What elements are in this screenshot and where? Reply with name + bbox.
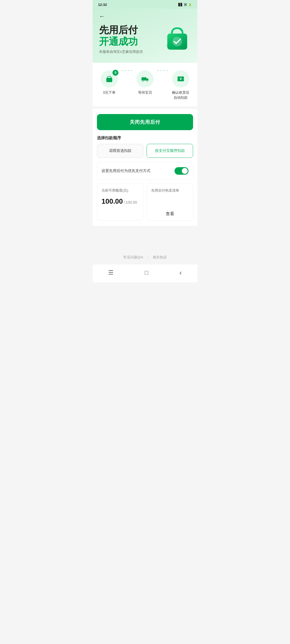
credit-limit-title: 当前可用额度(元) <box>102 188 139 193</box>
steps-section: 0 0元下单 等待宝贝 ¥ <box>93 63 197 106</box>
back-button[interactable]: ← <box>99 13 105 20</box>
step-2-icon <box>136 70 154 87</box>
status-time: 12:32 <box>98 3 107 7</box>
step-item-1: 0 0元下单 <box>97 70 122 95</box>
step-1-badge: 0 <box>113 70 118 76</box>
status-icons: ▊▊ ⌘ 🔋 <box>178 3 192 7</box>
svg-point-5 <box>142 80 144 82</box>
nav-bar: ☰ □ ‹ <box>93 264 197 282</box>
credit-limit-card: 当前可用额度(元) 100.00 / 100.00 <box>97 183 143 221</box>
battery-icon: 🔋 <box>188 3 192 6</box>
agreement-link[interactable]: 相关协议 <box>153 255 167 259</box>
hero-section: ← 先用后付 开通成功 本服务由淘宝x芝麻信用提供 + + <box>93 9 197 63</box>
footer-divider: ｜ <box>146 255 150 259</box>
deduct-options: 花呗首选扣款 按支付宝顺序扣款 <box>97 144 193 158</box>
amount-slash: / <box>124 200 125 204</box>
hot-sale-card: 先用后付热卖清单 查看 <box>147 183 193 221</box>
deduct-option-alipay[interactable]: 按支付宝顺序扣款 <box>147 144 193 158</box>
content-spacer <box>93 226 197 247</box>
status-bar: 12:32 ▊▊ ⌘ 🔋 <box>93 0 197 9</box>
svg-point-6 <box>147 80 148 82</box>
step-3-icon: ¥ <box>172 70 189 87</box>
footer-links: 常见问题Q/A ｜ 相关协议 <box>93 247 197 264</box>
amount-main: 100.00 <box>102 197 123 206</box>
view-button[interactable]: 查看 <box>151 197 189 225</box>
step-item-3: ¥ 确认收货后 自动扣款 <box>168 70 193 100</box>
priority-payment-toggle[interactable] <box>175 167 189 175</box>
step-divider-2 <box>157 70 168 78</box>
home-icon[interactable]: □ <box>138 268 155 277</box>
bag-illustration <box>162 23 192 54</box>
step-item-2: 等待宝贝 <box>133 70 158 95</box>
menu-icon[interactable]: ☰ <box>102 268 120 277</box>
step-2-label: 等待宝贝 <box>138 90 152 95</box>
amount-total: 100.00 <box>125 200 137 204</box>
step-1-icon: 0 <box>101 70 118 87</box>
step-1-label: 0元下单 <box>103 90 115 95</box>
step-divider-1 <box>122 70 133 78</box>
faq-link[interactable]: 常见问题Q/A <box>123 255 143 259</box>
svg-rect-3 <box>106 78 112 82</box>
back-nav-icon[interactable]: ‹ <box>173 268 188 278</box>
credit-limit-amount: 100.00 / 100.00 <box>102 197 139 206</box>
bottom-cards: 当前可用额度(元) 100.00 / 100.00 先用后付热卖清单 查看 <box>97 183 193 221</box>
hot-sale-title: 先用后付热卖清单 <box>151 188 189 193</box>
close-button[interactable]: 关闭先用后付 <box>97 114 193 130</box>
deduct-title: 选择扣款顺序 <box>97 136 193 141</box>
step-3-label: 确认收货后 自动扣款 <box>172 90 189 100</box>
toggle-label: 设置先用后付为优先支付方式 <box>102 169 175 173</box>
signal-icon: ▊▊ <box>178 3 183 6</box>
svg-text:¥: ¥ <box>180 77 182 81</box>
main-content-card: 关闭先用后付 选择扣款顺序 花呗首选扣款 按支付宝顺序扣款 设置先用后付为优先支… <box>93 109 197 226</box>
wifi-icon: ⌘ <box>184 3 187 7</box>
deduct-option-huabei[interactable]: 花呗首选扣款 <box>97 144 143 158</box>
toggle-knob <box>182 168 188 174</box>
svg-rect-4 <box>142 77 146 80</box>
toggle-row: 设置先用后付为优先支付方式 <box>97 162 193 180</box>
